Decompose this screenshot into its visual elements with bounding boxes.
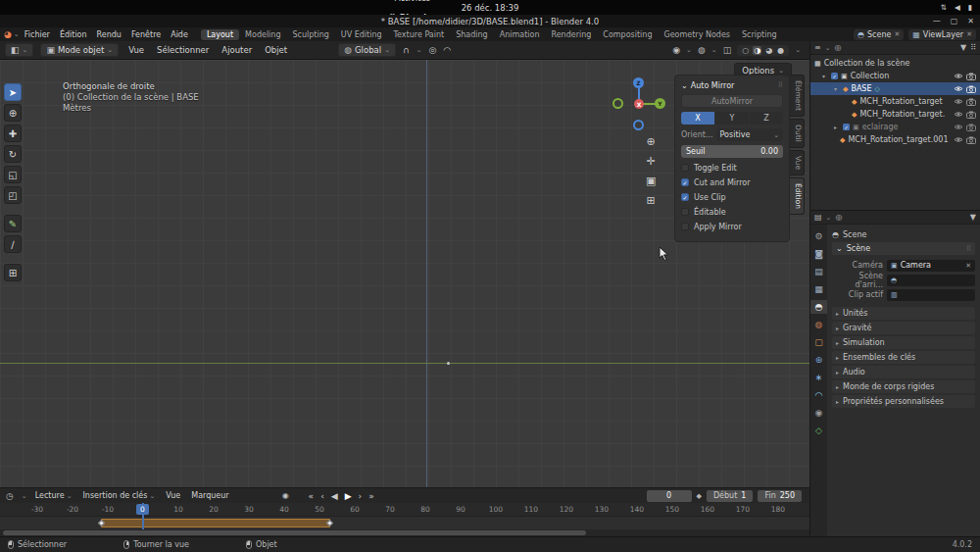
next-keyframe-button[interactable]: ›	[359, 491, 363, 501]
transform-tool-button[interactable]: ◰	[4, 186, 22, 204]
volume-icon[interactable]: ◀	[955, 3, 960, 12]
jump-start-button[interactable]: «	[309, 491, 315, 501]
keyframe-range-bar[interactable]	[101, 519, 330, 527]
outliner-row[interactable]: ◆ MCH_Rotation_target.001	[810, 133, 980, 146]
shading-wireframe-icon[interactable]: ○	[741, 46, 750, 55]
navigation-gizmo[interactable]: Z Y X	[615, 80, 662, 127]
xray-toggle-icon[interactable]: ◫	[723, 45, 732, 55]
orient-dropdown[interactable]: Positive ⌄	[716, 128, 783, 141]
sidebar-tab-vue[interactable]: Vue	[790, 150, 805, 176]
menu-ajouter[interactable]: Ajouter	[219, 45, 255, 55]
sidebar-tab-edition[interactable]: Édition	[790, 177, 805, 215]
mode-selector[interactable]: ▣ Mode objet ⌄	[40, 43, 119, 57]
chevron-down-icon[interactable]: ⌄	[22, 492, 27, 500]
annotate-tool-button[interactable]: ✎	[4, 215, 22, 232]
workspace-tab[interactable]: Animation	[494, 29, 546, 40]
menu-marqueur[interactable]: Marqueur	[191, 491, 228, 500]
camera-icon[interactable]	[966, 73, 976, 80]
eye-icon[interactable]	[954, 73, 963, 79]
shading-rendered-icon[interactable]: ●	[776, 46, 785, 55]
camera-icon[interactable]	[966, 98, 976, 106]
falloff-icon[interactable]: ◠	[443, 45, 451, 55]
tab-render[interactable]: ◙	[810, 247, 827, 261]
filter-icon[interactable]: ▼	[970, 213, 976, 222]
network-icon[interactable]: ⇅	[941, 3, 947, 12]
workspace-tab[interactable]: Rendering	[545, 29, 597, 40]
jump-end-button[interactable]: »	[368, 491, 374, 501]
gizmo-z-negative-handle[interactable]	[633, 120, 644, 130]
editor-outliner-icon[interactable]: ≡	[814, 43, 821, 52]
eye-icon[interactable]	[954, 136, 963, 143]
gizmo-y-negative-handle[interactable]	[612, 98, 623, 109]
axis-x-button[interactable]: X	[681, 112, 714, 125]
gizmo-x-handle[interactable]: X	[634, 99, 644, 109]
clear-icon[interactable]: ✕	[965, 262, 971, 270]
menu-vue[interactable]: Vue	[125, 45, 147, 55]
workspace-tab[interactable]: UV Editing	[335, 29, 388, 40]
workspace-tab[interactable]: Scripting	[736, 29, 783, 40]
outliner-row[interactable]: ◆ MCH_Rotation_target.	[810, 108, 980, 121]
threshold-slider[interactable]: Seuil 0.00	[681, 145, 783, 158]
move-tool-button[interactable]: ✚	[4, 125, 22, 142]
tab-modifiers[interactable]: ⊛	[810, 353, 827, 367]
menu-selectionner[interactable]: Sélectionner	[154, 45, 212, 55]
menu-fichier[interactable]: Fichier	[20, 30, 55, 39]
menu-edition[interactable]: Édition	[55, 30, 92, 39]
eye-icon[interactable]	[954, 85, 963, 92]
menu-lecture[interactable]: Lecture⌄	[35, 491, 73, 500]
section-unites[interactable]: ▸Unités	[832, 307, 975, 320]
tab-view-layer[interactable]: ▦	[810, 282, 827, 296]
play-reverse-button[interactable]: ◀	[331, 491, 338, 501]
menu-fenetre[interactable]: Fenêtre	[126, 30, 166, 39]
play-button[interactable]: ▶	[345, 491, 352, 501]
sidebar-tab-outil[interactable]: Outil	[790, 119, 805, 148]
minimize-button[interactable]: —	[933, 17, 941, 25]
prev-keyframe-button[interactable]: ‹	[320, 491, 324, 501]
add-cube-tool-button[interactable]: ⊞	[4, 264, 22, 281]
camera-icon[interactable]	[966, 124, 976, 131]
show-gizmo-icon[interactable]: ◉	[672, 45, 680, 55]
automirror-button[interactable]: AutoMirror	[681, 94, 783, 108]
gizmo-z-handle[interactable]: Z	[633, 77, 644, 88]
camera-icon[interactable]	[966, 85, 976, 93]
active-clip-field[interactable]: ▥	[887, 289, 975, 301]
exclude-checkbox[interactable]: ✓	[831, 73, 838, 79]
zoom-icon[interactable]: ⊕	[646, 136, 656, 148]
scrollbar-thumb[interactable]	[3, 530, 586, 535]
gizmo-y-handle[interactable]: Y	[655, 98, 665, 109]
tab-object[interactable]: ▢	[810, 335, 827, 349]
snap-magnet-icon[interactable]: ∩	[403, 45, 410, 55]
filter-icon[interactable]: ▼	[960, 43, 966, 52]
current-frame-field[interactable]: 0	[647, 490, 692, 502]
maximize-button[interactable]: ▢	[951, 17, 958, 25]
collapse-arrow-icon[interactable]: ⌄	[681, 81, 688, 90]
editable-checkbox[interactable]	[681, 208, 689, 216]
exclude-checkbox[interactable]: ✓	[843, 124, 850, 130]
outliner-row[interactable]: ▾ ✓ ▣ Collection	[810, 70, 980, 82]
menu-objet[interactable]: Objet	[262, 45, 290, 55]
grip-icon[interactable]: ⠿	[778, 81, 783, 89]
clock[interactable]: 26 déc. 18:39	[462, 3, 519, 13]
keying-set-icon[interactable]: ◆	[697, 492, 702, 500]
frame-end-field[interactable]: Fin250	[758, 490, 802, 502]
cursor-tool-button[interactable]: ⊕	[4, 104, 22, 122]
shading-solid-icon[interactable]: ◑	[753, 46, 761, 55]
background-scene-field[interactable]: ◓	[887, 275, 975, 286]
shading-material-icon[interactable]: ◕	[764, 46, 773, 55]
menu-rendu[interactable]: Rendu	[92, 30, 126, 39]
timeline-ruler[interactable]: -30-20-100102030405060708090100110120130…	[0, 503, 809, 517]
overlays-icon[interactable]: ◍	[698, 45, 706, 55]
section-scene-header[interactable]: ⌄ Scène ⠿	[832, 242, 975, 255]
section-ensembles-cles[interactable]: ▸Ensembles de clés	[832, 351, 975, 364]
chevron-down-icon[interactable]: ⌄	[711, 46, 717, 54]
disclosure-icon[interactable]: ▾	[834, 85, 840, 92]
apply-mirror-checkbox[interactable]	[681, 223, 689, 230]
tab-output[interactable]: ▤	[810, 265, 827, 278]
section-gravite[interactable]: ▸Gravité	[832, 322, 975, 334]
remove-viewlayer-icon[interactable]: ✕	[966, 30, 972, 38]
tab-world[interactable]: ◍	[810, 318, 827, 331]
eye-icon[interactable]	[954, 124, 963, 130]
camera-field[interactable]: ▣ Camera ✕	[887, 260, 975, 272]
workspace-tab[interactable]: Texture Paint	[388, 29, 451, 40]
chevron-down-icon[interactable]: ⌄	[825, 44, 831, 52]
